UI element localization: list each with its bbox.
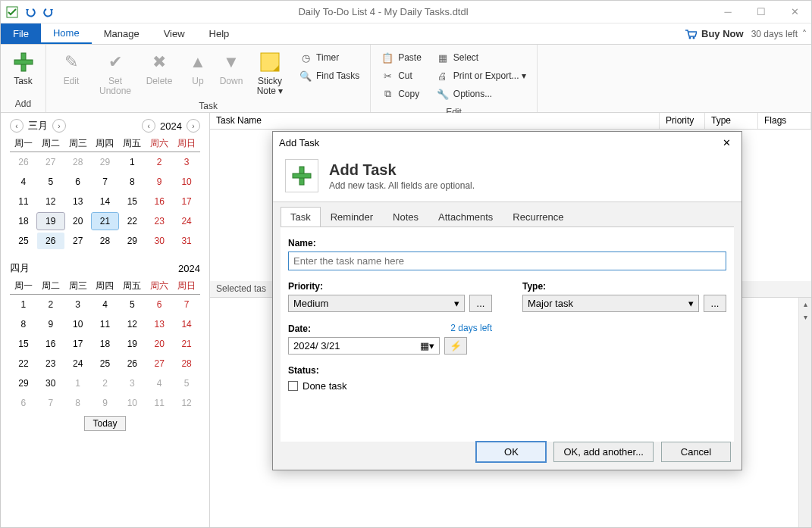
calendar-day[interactable]: 4 [146, 375, 173, 392]
calendar-day[interactable]: 27 [37, 154, 64, 170]
calendar-day[interactable]: 16 [146, 193, 173, 210]
calendar-day[interactable]: 20 [146, 336, 173, 352]
minimize-button[interactable]: ─ [711, 2, 745, 23]
calendar-day[interactable]: 2 [146, 154, 173, 170]
calendar-day[interactable]: 5 [173, 375, 200, 392]
calendar-day[interactable]: 15 [10, 336, 37, 352]
calendar-day[interactable]: 19 [37, 213, 64, 230]
delete-button[interactable]: ✖Delete [139, 48, 180, 88]
calendar-day[interactable]: 5 [37, 173, 64, 190]
date-quickpick-button[interactable]: ⚡ [444, 337, 467, 355]
close-button[interactable]: ✕ [778, 2, 811, 23]
calendar-day[interactable]: 24 [64, 355, 92, 372]
paste-button[interactable]: 📋Paste [378, 49, 425, 66]
calendar-day[interactable]: 29 [118, 233, 146, 249]
priority-select[interactable]: Medium▾ [288, 295, 465, 312]
done-checkbox[interactable] [288, 381, 298, 391]
timer-button[interactable]: ◷Timer [296, 49, 362, 66]
type-more-button[interactable]: ... [704, 295, 726, 312]
calendar-day[interactable]: 4 [10, 173, 37, 190]
today-button[interactable]: Today [84, 416, 125, 431]
tab-file[interactable]: File [1, 23, 41, 44]
calendar-day[interactable]: 13 [146, 316, 173, 333]
sticky-note-button[interactable]: Sticky Note ▾ [249, 48, 290, 98]
calendar-day[interactable]: 3 [118, 375, 146, 392]
calendar-day[interactable]: 4 [92, 296, 119, 313]
calendar-day[interactable]: 15 [118, 193, 146, 210]
calendar-day[interactable]: 29 [10, 375, 37, 392]
calendar-dropdown-icon[interactable]: ▦▾ [420, 340, 434, 351]
calendar-day[interactable]: 1 [64, 375, 92, 392]
cut-button[interactable]: ✂Cut [378, 67, 425, 84]
redo-icon[interactable] [42, 5, 55, 19]
type-select[interactable]: Major task▾ [522, 295, 699, 312]
find-tasks-button[interactable]: 🔍Find Tasks [296, 67, 362, 84]
maximize-button[interactable]: ☐ [745, 2, 778, 23]
calendar-day[interactable]: 19 [118, 336, 146, 352]
ok-add-another-button[interactable]: OK, add another... [553, 442, 654, 462]
calendar-day[interactable]: 3 [64, 296, 92, 313]
tab-notes[interactable]: Notes [383, 207, 428, 227]
calendar-day[interactable]: 21 [92, 213, 119, 230]
tab-manage[interactable]: Manage [92, 23, 152, 44]
calendar-day[interactable]: 5 [118, 296, 146, 313]
calendar-day[interactable]: 17 [64, 336, 92, 352]
scroll-up-icon[interactable]: ▴ [799, 298, 811, 311]
calendar-day[interactable]: 7 [92, 173, 119, 190]
date-input[interactable]: 2024/ 3/21▦▾ [288, 337, 440, 355]
prev-month-button[interactable]: ‹ [10, 119, 24, 133]
undo-icon[interactable] [24, 5, 37, 19]
dialog-close-button[interactable]: ✕ [717, 137, 735, 148]
edit-button[interactable]: ✎Edit [51, 48, 92, 88]
calendar-day[interactable]: 26 [118, 355, 146, 372]
calendar-day[interactable]: 25 [10, 233, 37, 249]
tab-help[interactable]: Help [197, 23, 242, 44]
calendar-day[interactable]: 12 [118, 316, 146, 333]
cancel-button[interactable]: Cancel [661, 442, 731, 462]
calendar-day[interactable]: 8 [118, 173, 146, 190]
calendar-day[interactable]: 2 [92, 375, 119, 392]
collapse-ribbon-icon[interactable]: ˄ [802, 26, 807, 42]
calendar-day[interactable]: 10 [118, 395, 146, 411]
calendar-day[interactable]: 1 [118, 154, 146, 170]
calendar-day[interactable]: 9 [146, 173, 173, 190]
ok-button[interactable]: OK [476, 442, 546, 462]
calendar-day[interactable]: 8 [64, 395, 92, 411]
calendar-day[interactable]: 8 [10, 316, 37, 333]
move-up-button[interactable]: ▲Up [183, 48, 213, 88]
tab-view[interactable]: View [152, 23, 197, 44]
calendar-day[interactable]: 12 [37, 193, 64, 210]
calendar-day[interactable]: 13 [64, 193, 92, 210]
tab-attachments[interactable]: Attachments [428, 207, 503, 227]
calendar-day[interactable]: 23 [37, 355, 64, 372]
calendar-day[interactable]: 21 [173, 336, 200, 352]
calendar-day[interactable]: 6 [64, 173, 92, 190]
calendar-day[interactable]: 28 [92, 233, 119, 249]
calendar-day[interactable]: 7 [37, 395, 64, 411]
calendar-day[interactable]: 9 [37, 316, 64, 333]
calendar-day[interactable]: 12 [173, 395, 200, 411]
calendar-day[interactable]: 18 [92, 336, 119, 352]
calendar-day[interactable]: 11 [146, 395, 173, 411]
calendar-day[interactable]: 9 [92, 395, 119, 411]
calendar-day[interactable]: 30 [146, 233, 173, 249]
calendar-day[interactable]: 16 [37, 336, 64, 352]
calendar-day[interactable]: 10 [64, 316, 92, 333]
col-priority[interactable]: Priority [660, 113, 705, 129]
col-type[interactable]: Type [705, 113, 758, 129]
copy-button[interactable]: ⧉Copy [378, 86, 425, 102]
calendar-day[interactable]: 27 [64, 233, 92, 249]
options-button[interactable]: 🔧Options... [434, 86, 529, 102]
calendar-day[interactable]: 24 [173, 213, 200, 230]
calendar-day[interactable]: 7 [173, 296, 200, 313]
calendar-day[interactable]: 11 [92, 316, 119, 333]
calendar-day[interactable]: 30 [37, 375, 64, 392]
next-year-button[interactable]: › [187, 119, 200, 133]
tab-reminder[interactable]: Reminder [321, 207, 383, 227]
calendar-day[interactable]: 26 [10, 154, 37, 170]
calendar-day[interactable]: 22 [10, 355, 37, 372]
add-task-button[interactable]: Task [5, 48, 41, 88]
calendar-day[interactable]: 20 [64, 213, 92, 230]
calendar-day[interactable]: 18 [10, 213, 37, 230]
calendar-day[interactable]: 17 [173, 193, 200, 210]
